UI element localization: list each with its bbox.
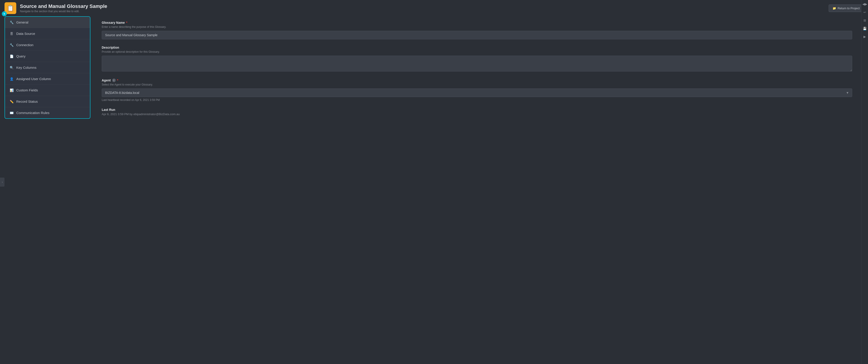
nav-item-connection[interactable]: 🔧 Connection [5, 39, 90, 51]
nav-item-communication-rules[interactable]: ✉️ Communication Rules [5, 107, 90, 118]
left-expand-toggle[interactable]: › [0, 177, 4, 187]
agent-select[interactable]: BIZDATA-8.bizdata.local [102, 88, 852, 97]
glossary-name-required: * [126, 21, 127, 24]
return-button-label: Return to Project [837, 6, 860, 10]
description-section: Description Provide an optional descript… [102, 46, 852, 72]
glossary-name-label: Glossary Name * [102, 21, 852, 24]
nav-item-query[interactable]: 📄 Query [5, 51, 90, 62]
glossary-name-input[interactable] [102, 31, 852, 39]
header-title-block: Source and Manual Glossary Sample Naviga… [20, 3, 107, 13]
nav-item-custom-fields-label: Custom Fields [16, 88, 38, 92]
nav-item-general[interactable]: 🔧 General [5, 17, 90, 28]
add-button[interactable]: + [2, 11, 7, 16]
grid-icon[interactable]: ⊞ [864, 19, 866, 22]
nav-panel: 🔧 General 🗄 Data Source 🔧 Connection 📄 Q… [4, 16, 90, 119]
last-run-section: Last Run Apr 6, 2021 3:59 PM by ebipadmi… [102, 108, 852, 116]
glossary-name-section: Glossary Name * Enter a name describing … [102, 21, 852, 39]
agent-section: Agent i * Select the Agent to execute yo… [102, 79, 852, 102]
collapse-icon[interactable]: ◀▶ [862, 2, 867, 6]
undo-icon[interactable]: ↩ [864, 10, 866, 14]
header-right: 📁 Return to Project [829, 4, 864, 12]
nav-item-assigned-user-column[interactable]: 👤 Assigned User Column [5, 73, 90, 85]
nav-item-key-columns-label: Key Columns [16, 65, 36, 69]
description-label: Description [102, 46, 852, 49]
main-content: 🔧 General 🗄 Data Source 🔧 Connection 📄 Q… [0, 16, 861, 364]
description-textarea[interactable] [102, 56, 852, 72]
page-title: Source and Manual Glossary Sample [20, 3, 107, 9]
email-icon: ✉️ [9, 111, 13, 115]
save-icon[interactable]: 💾 [863, 27, 867, 30]
nav-item-assigned-user-label: Assigned User Column [16, 77, 51, 81]
nav-item-record-status-label: Record Status [16, 100, 38, 103]
agent-select-wrapper: BIZDATA-8.bizdata.local ▼ [102, 88, 852, 97]
query-icon: 📄 [9, 55, 13, 58]
agent-hint: Select the Agent to execute your Glossar… [102, 83, 852, 86]
folder-icon: 📁 [833, 6, 836, 10]
connection-icon: 🔧 [9, 43, 13, 47]
agent-label: Agent i * [102, 79, 852, 82]
record-status-icon: ✏️ [9, 100, 13, 103]
nav-item-connection-label: Connection [16, 43, 33, 47]
agent-info-icon[interactable]: i [112, 79, 116, 82]
nav-item-query-label: Query [16, 54, 26, 58]
description-hint: Provide an optional description for this… [102, 50, 852, 53]
right-panel-icons: ◀▶ ↩ ⊞ 💾 ▶ [861, 0, 868, 364]
glossary-name-hint: Enter a name describing the purpose of t… [102, 25, 852, 28]
play-icon[interactable]: ▶ [864, 35, 866, 38]
nav-item-data-source-label: Data Source [16, 32, 35, 35]
wrench-icon: 🔧 [9, 21, 13, 24]
last-run-value: Apr 6, 2021 3:59 PM by ebipadministrator… [102, 112, 852, 116]
page-subtitle: Navigate to the section that you would l… [20, 10, 107, 13]
custom-fields-icon: 📊 [9, 88, 13, 92]
nav-item-record-status[interactable]: ✏️ Record Status [5, 96, 90, 107]
app-container: 📋 Source and Manual Glossary Sample Navi… [0, 0, 868, 364]
return-to-project-button[interactable]: 📁 Return to Project [829, 4, 864, 12]
nav-item-data-source[interactable]: 🗄 Data Source [5, 28, 90, 39]
nav-item-communication-rules-label: Communication Rules [16, 111, 50, 115]
header-left: 📋 Source and Manual Glossary Sample Navi… [4, 2, 107, 14]
content-area: Glossary Name * Enter a name describing … [95, 16, 857, 360]
nav-item-key-columns[interactable]: 🔍 Key Columns [5, 62, 90, 73]
agent-heartbeat-text: Last heartbeat recorded on Apr 6, 2021 3… [102, 99, 852, 102]
top-bar: 📋 Source and Manual Glossary Sample Navi… [0, 0, 868, 16]
agent-required: * [117, 79, 118, 82]
last-run-label: Last Run [102, 108, 852, 112]
key-icon: 🔍 [9, 66, 13, 69]
user-icon: 👤 [9, 77, 13, 81]
nav-item-custom-fields[interactable]: 📊 Custom Fields [5, 85, 90, 96]
nav-item-general-label: General [16, 20, 28, 24]
database-icon: 🗄 [9, 32, 13, 35]
